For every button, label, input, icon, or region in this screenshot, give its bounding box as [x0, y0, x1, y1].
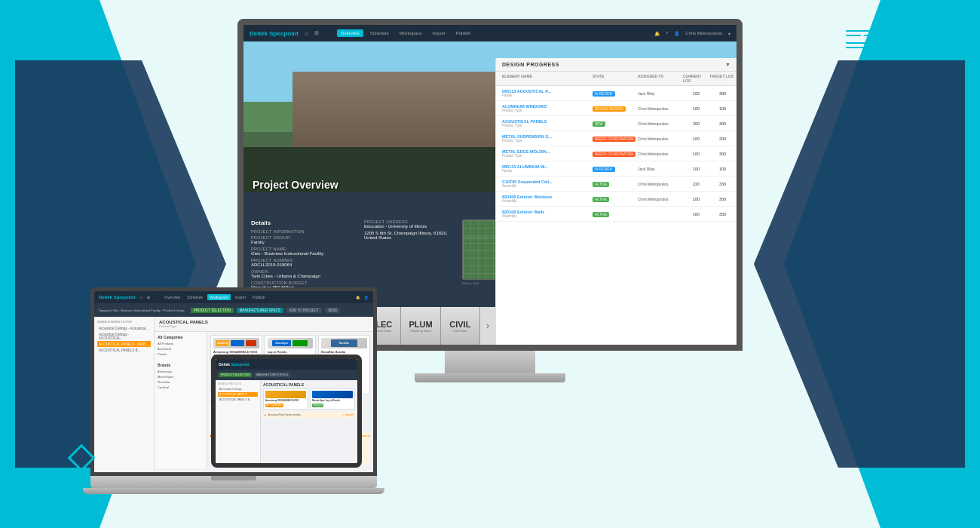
sidebar-item-2[interactable]: ACOUSTICAL PANELS - MAIN...: [97, 341, 151, 347]
filter-all[interactable]: All Products: [158, 341, 204, 346]
dp-row-2[interactable]: ACOUSTICAL PANELSProduct Type NEW Chris …: [496, 116, 737, 131]
dp-title: DESIGN PROGRESS: [502, 62, 559, 67]
laptop-btn-add-project[interactable]: ADD TO PROJECT: [286, 308, 322, 313]
tablet-btn-1[interactable]: PRODUCT SELECTION: [219, 373, 252, 377]
user-dropdown-icon[interactable]: ▾: [728, 31, 730, 36]
project-info-label: PROJECT INFORMATION: [251, 229, 357, 234]
product-logo-2: NovaStar: [321, 338, 367, 348]
tablet-card-2[interactable]: MasterSpec Lay-in Panels Transport: [310, 388, 355, 410]
team-name-plum: Plumbing Team: [410, 329, 431, 333]
laptop-breadcrumb: Specpoint Site - Business Instructional …: [99, 309, 185, 312]
dp-elem-type-8: Assembly: [502, 214, 593, 218]
dp-elem-type-3: Product Type: [502, 139, 593, 143]
dp-row-1[interactable]: ALUMINUM WINDOWSProduct Type REVIEW NEED…: [496, 101, 737, 116]
dp-row-8[interactable]: 820108 Exterior WallsAssembly ACTIVE 100…: [496, 207, 737, 222]
deco-line-2c: [882, 35, 897, 36]
tablet-card-tag-1: Mfr. Substitution: [265, 404, 283, 407]
laptop-btn-send[interactable]: SEND: [325, 308, 341, 313]
laptop-nav-import[interactable]: Import: [233, 294, 248, 300]
team-abbr-plum: PLUM: [409, 320, 432, 329]
laptop-base: [83, 488, 384, 494]
filter-armstrong[interactable]: Armstrong: [158, 369, 204, 374]
dp-row-0[interactable]: 095113 ACOUSTICAL P...Family IN REVIEW J…: [496, 86, 737, 101]
home-icon[interactable]: ⌂: [305, 30, 308, 37]
dp-current-5: 100: [683, 167, 709, 171]
dp-row-4[interactable]: METAL EDGE MOLDIN...Product Type NEEDS C…: [496, 146, 737, 161]
dp-row-3[interactable]: METAL SUSPENSION S...Product Type NEEDS …: [496, 131, 737, 146]
dp-elem-type-6: Assembly: [502, 184, 593, 188]
filter-novastar[interactable]: NovaStar: [158, 379, 204, 385]
dp-target-6: 330: [709, 182, 736, 186]
nav-workspace[interactable]: Workspace: [396, 29, 426, 37]
dp-row-6[interactable]: C10700 Suspended Ceil...Assembly ACTIVE …: [496, 177, 737, 192]
dp-col-current: CURRENT LOS: [683, 74, 709, 83]
team-tab-civil[interactable]: CIVIL Civil Team: [441, 307, 480, 345]
tablet-app-ui: Deltek Specpoint PRODUCT SELECTION MANUF…: [216, 359, 357, 463]
dp-row-7[interactable]: 820308 Exterior WindowsAssembly ACTIVE C…: [496, 192, 737, 207]
dp-col-state: STATE: [593, 74, 638, 83]
laptop-logo-deltek: Deltek: [99, 295, 114, 299]
grid-icon[interactable]: ⊞: [314, 30, 319, 36]
laptop-nav-workspace[interactable]: Workspace: [207, 294, 231, 300]
tablet-sidebar-item-1[interactable]: Acoustical Ceilings...: [218, 387, 258, 391]
dp-badge-6: ACTIVE: [593, 182, 609, 187]
sidebar-item-1[interactable]: Acoustical Ceilings - ACOUSTICAL...: [97, 331, 151, 341]
monitor-stand: [445, 351, 535, 373]
dp-row-5[interactable]: 085113 ALUMINUM W...Family IN REVIEW Jac…: [496, 161, 737, 177]
nav-publish[interactable]: Publish: [452, 29, 475, 37]
team-tab-plumbing[interactable]: PLUM Plumbing Team: [401, 307, 440, 345]
laptop-btn-mfr-specs[interactable]: MANUFACTURER SPECS: [237, 308, 283, 313]
notification-icon[interactable]: 🔔: [654, 31, 660, 36]
nav-overview[interactable]: Overview: [337, 29, 363, 37]
filter-acoustic[interactable]: Acoustical: [158, 346, 204, 351]
dp-badge-4: NEEDS COORDINATION: [593, 152, 635, 157]
dp-badge-8: ACTIVE: [593, 212, 609, 217]
laptop-user-icon[interactable]: 👤: [364, 296, 369, 299]
filter-panels[interactable]: Panels: [158, 351, 204, 357]
help-icon[interactable]: ?: [666, 31, 668, 35]
deco-line-3: [846, 42, 884, 44]
sidebar-item-3[interactable]: ACOUSTICAL PANELS B...: [97, 347, 151, 353]
product-logo-1: MasterSpec: [268, 338, 314, 348]
laptop-nav-overview[interactable]: Overview: [162, 294, 182, 300]
product-logo-0: armstrong: [213, 338, 259, 348]
dp-target-0: 300: [709, 91, 736, 96]
laptop-grid-icon[interactable]: ⊞: [147, 295, 150, 299]
team-abbr-civil: CIVIL: [449, 320, 470, 329]
tablet-search-row-1[interactable]: ▶ Acoustical Panel System details... ⚠ U…: [263, 412, 355, 418]
dp-person-3: Chris Metropoulos: [638, 137, 683, 141]
tablet-main: ACOUSTICAL PANELS Armstrong VEGASHIELD V…: [261, 380, 357, 463]
deco-line-4b: [868, 47, 887, 48]
filter-masterspec[interactable]: MasterSpec: [158, 374, 204, 379]
laptop-nav-publish[interactable]: Publish: [250, 294, 267, 300]
product-filter: All Categories All Products Acoustical P…: [155, 332, 207, 468]
proj-name-value: Gies - Business Instructional Facility: [251, 251, 357, 256]
user-avatar[interactable]: 👤: [674, 31, 679, 36]
team-name-civil: Civil Team: [453, 329, 467, 333]
cardinal-logo: [246, 340, 256, 346]
dp-table-header: ELEMENT NAME STATE ASSIGNED TO CURRENT L…: [496, 72, 737, 86]
filter-cardinal[interactable]: Cardinal: [158, 385, 204, 390]
nav-schedule[interactable]: Schedule: [366, 29, 393, 37]
tablet-sidebar-item-2[interactable]: ACOUSTICAL PANELS: [218, 392, 258, 397]
dp-person-4: Chris Metropoulos: [638, 152, 683, 156]
tablet-sidebar-label: SEARCH RESULTS: [218, 382, 258, 385]
laptop-home-icon[interactable]: ⌂: [140, 295, 143, 299]
tablet-btn-2[interactable]: MANUFACTURER SPECS: [254, 373, 290, 377]
tablet-sidebar-item-3[interactable]: ACOUSTICAL PANELS B...: [218, 398, 258, 402]
team-next-arrow[interactable]: ›: [480, 307, 495, 345]
deco-line-4a: [846, 47, 865, 48]
laptop-notif-icon[interactable]: 🔔: [356, 296, 360, 299]
dp-badge-5: IN REVIEW: [593, 167, 615, 172]
laptop-bottom: [90, 476, 377, 488]
laptop-nav-schedule[interactable]: Schedule: [185, 294, 205, 300]
tablet-row-indicator: ▶: [265, 413, 266, 416]
tablet-card-1[interactable]: Armstrong VEGASHIELD VGIX Mfr. Substitut…: [263, 388, 308, 410]
dp-filter-icon[interactable]: ▼: [725, 62, 730, 67]
dp-person-2: Chris Metropoulos: [638, 121, 683, 126]
nav-import[interactable]: Import: [429, 29, 449, 37]
armstrong-logo-1: armstrong: [216, 340, 229, 346]
dp-target-7: 300: [709, 197, 736, 201]
laptop-btn-product-sel[interactable]: PRODUCT SELECTION: [191, 308, 234, 313]
sidebar-item-0[interactable]: Acoustical Ceilings - Acoustical...: [97, 325, 151, 331]
